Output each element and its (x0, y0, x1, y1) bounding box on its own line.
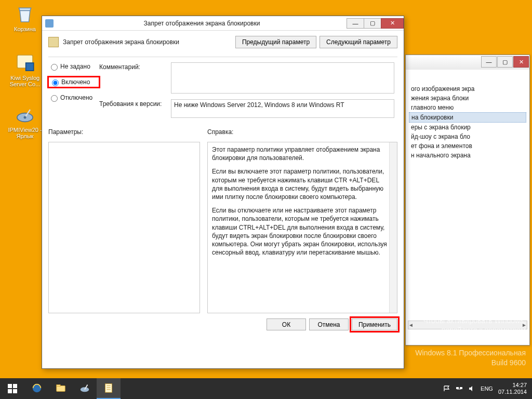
radio-not-configured[interactable]: Не задано (48, 62, 99, 71)
taskbar-ipmi[interactable] (73, 378, 97, 399)
bg-list-item[interactable]: ого изображения экра (409, 84, 526, 94)
radio-label: Не задано (60, 63, 90, 70)
ok-button[interactable]: ОК (267, 318, 306, 330)
radio-enabled[interactable]: Включено (48, 77, 99, 87)
help-paragraph: Этот параметр политики управляет отображ… (212, 145, 388, 162)
minimize-button[interactable]: — (347, 18, 364, 29)
comment-label: Комментарий: (99, 62, 171, 71)
policy-header-text: Запрет отображения экрана блокировки (63, 38, 232, 46)
titlebar[interactable]: Запрет отображения экрана блокировки — ▢… (42, 16, 404, 31)
help-scrollbar[interactable] (389, 142, 397, 313)
radio-disabled-input[interactable] (51, 95, 58, 102)
tray-clock[interactable]: 14:27 07.11.2014 (498, 382, 527, 395)
tray-volume-icon[interactable] (468, 385, 475, 392)
desktop-icon-label: Корзина (5, 26, 45, 32)
taskbar-gpedit[interactable] (97, 378, 121, 399)
background-window[interactable]: — ▢ ✕ ого изображения экра жения экрана … (405, 55, 530, 345)
svg-rect-4 (8, 384, 12, 388)
taskbar-ie[interactable] (25, 378, 49, 399)
requirements-text: Не ниже Windows Server 2012, Windows 8 и… (174, 101, 344, 109)
requirements-label: Требования к версии: (99, 99, 171, 108)
svg-rect-18 (460, 387, 462, 389)
desktop-icon-kiwi[interactable]: Kiwi Syslog Server Co... (5, 52, 45, 87)
apply-button[interactable]: Применить (352, 318, 397, 330)
radio-enabled-input[interactable] (52, 79, 59, 86)
help-paragraph: Если вы включаете этот параметр политики… (212, 167, 388, 201)
bg-list-item[interactable]: главного меню (409, 103, 526, 112)
tray-network-icon[interactable] (456, 385, 463, 392)
dialog-icon (45, 19, 54, 28)
dialog-title: Запрет отображения экрана блокировки (57, 20, 347, 27)
start-button[interactable] (0, 378, 25, 399)
bg-list-item-selected[interactable]: на блокировки (409, 112, 526, 123)
svg-rect-13 (105, 384, 112, 393)
bg-list[interactable]: ого изображения экра жения экрана блоки … (406, 70, 529, 163)
radio-not-configured-input[interactable] (51, 64, 58, 71)
bg-list-item[interactable]: йд-шоу с экрана бло (409, 132, 526, 141)
svg-rect-1 (26, 63, 34, 71)
next-setting-button[interactable]: Следующий параметр (320, 36, 397, 48)
bg-maximize-button[interactable]: ▢ (497, 56, 513, 68)
svg-rect-7 (13, 389, 17, 393)
close-button[interactable]: ✕ (381, 18, 404, 29)
bg-titlebar: — ▢ ✕ (406, 55, 529, 70)
policy-icon (48, 37, 59, 47)
bg-close-button[interactable]: ✕ (513, 56, 529, 68)
bg-list-item[interactable]: еры с экрана блокир (409, 123, 526, 132)
desktop-icon-recycle-bin[interactable]: Корзина (5, 3, 45, 32)
cancel-button[interactable]: Отмена (309, 318, 349, 330)
ipmi-icon (14, 104, 36, 126)
comment-textarea[interactable] (171, 62, 394, 94)
bg-minimize-button[interactable]: — (481, 56, 497, 68)
radio-label: Включено (61, 78, 90, 86)
bg-list-item[interactable]: н начального экрана (409, 151, 526, 160)
radio-label: Отключено (60, 94, 92, 101)
parameters-box (48, 142, 200, 313)
svg-rect-5 (13, 384, 17, 388)
radio-disabled[interactable]: Отключено (48, 94, 99, 102)
tray-time: 14:27 (498, 382, 527, 389)
taskbar-explorer[interactable] (49, 378, 73, 399)
parameters-label: Параметры: (48, 128, 200, 136)
desktop-icon-label: IPMIView20 - Ярлык (5, 127, 45, 139)
system-tray[interactable]: ENG 14:27 07.11.2014 (438, 382, 532, 395)
svg-rect-9 (57, 385, 65, 391)
svg-rect-6 (8, 389, 12, 393)
maximize-button[interactable]: ▢ (364, 18, 381, 29)
policy-dialog: Запрет отображения экрана блокировки — ▢… (42, 16, 404, 369)
svg-point-3 (24, 116, 26, 119)
svg-rect-10 (57, 385, 60, 387)
tray-language[interactable]: ENG (481, 385, 493, 392)
bg-list-item[interactable]: ет фона и элементов (409, 141, 526, 151)
tray-flag-icon[interactable] (443, 385, 450, 392)
taskbar: ENG 14:27 07.11.2014 (0, 378, 532, 399)
previous-setting-button[interactable]: Предыдущий параметр (235, 36, 316, 48)
help-label: Справка: (207, 128, 397, 136)
help-box: Этот параметр политики управляет отображ… (207, 142, 397, 313)
svg-rect-17 (456, 387, 459, 389)
requirements-box: Не ниже Windows Server 2012, Windows 8 и… (171, 99, 394, 118)
desktop-icon-ipmi[interactable]: IPMIView20 - Ярлык (5, 104, 45, 139)
desktop-icon-label: Kiwi Syslog Server Co... (5, 75, 45, 87)
recycle-bin-icon (14, 3, 36, 25)
bg-horizontal-scrollbar[interactable]: ◄► (408, 321, 527, 329)
kiwi-icon (14, 52, 36, 74)
bg-list-item[interactable]: жения экрана блоки (409, 94, 526, 103)
tray-date: 07.11.2014 (498, 389, 527, 395)
help-paragraph: Если вы отключаете или не настраиваете э… (212, 206, 388, 257)
